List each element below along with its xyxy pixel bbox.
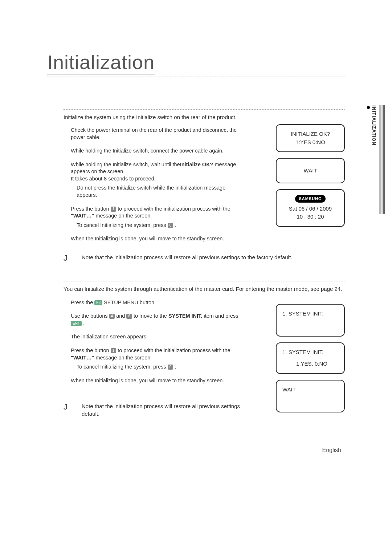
key-1-icon: 1 <box>111 207 117 212</box>
note-text: Note that the initialization process wil… <box>82 402 249 418</box>
text: . <box>82 320 85 326</box>
screen-wait: WAIT <box>276 158 345 183</box>
note-mark-icon: J <box>64 402 71 412</box>
section1-screens: INITIALIZE OK? 1:YES 0:NO WAIT SAMSUNG S… <box>276 124 345 227</box>
divider <box>64 99 345 99</box>
text: message on the screen. <box>94 355 152 361</box>
text: . <box>173 222 176 228</box>
text: message on the screen. <box>94 213 152 219</box>
section1-steps: Check the power terminal on the rear of … <box>71 127 241 243</box>
screen-line: WAIT <box>282 386 341 394</box>
text-bold: "WAIT…" <box>71 213 94 219</box>
footer-language: English <box>322 447 341 453</box>
key-ent-icon: ENT <box>71 321 82 326</box>
step: Check the power terminal on the rear of … <box>71 127 241 141</box>
key-f8-icon: F8 <box>94 300 102 305</box>
section2-steps: Press the F8 SETUP MENU button. Use the … <box>71 299 241 385</box>
text: To cancel Initializing the system, press <box>77 222 166 228</box>
title-wrap: Initialization <box>47 51 345 77</box>
text: to move to the <box>132 313 168 319</box>
screen-initialize-ok: INITIALIZE OK? 1:YES 0:NO <box>276 124 345 152</box>
note-mark-icon: J <box>64 253 71 263</box>
key-0-icon: 0 <box>168 365 173 370</box>
note-row: J Note that the initialization process w… <box>64 253 345 263</box>
step: While holding the Initialize switch, con… <box>71 147 241 155</box>
key-6-icon: 6 <box>126 314 132 319</box>
step: When the Initializing is done, you will … <box>71 235 241 243</box>
divider <box>64 109 345 110</box>
screen-system-init-confirm: 1. SYSTEM INIT. 1:YES, 0:NO <box>276 342 345 374</box>
screen-wait: WAIT <box>276 380 345 412</box>
text: . <box>173 364 176 370</box>
text: Press the button <box>71 347 111 353</box>
substep: To cancel Initializing the system, press… <box>77 222 241 229</box>
section2-intro: You can Initialize the system through au… <box>64 286 345 292</box>
text-bold: SYSTEM INIT. <box>168 313 202 319</box>
text-bold: "WAIT…" <box>71 355 94 361</box>
section-initialize-switch: Initialize the system using the Initiali… <box>64 99 345 263</box>
text: item and press <box>202 313 238 319</box>
key-0-icon: 0 <box>168 223 173 228</box>
text: While holding the Initialize switch, wai… <box>71 162 180 167</box>
section1-intro: Initialize the system using the Initiali… <box>64 114 345 120</box>
text: It takes about 8 seconds to proceed. <box>71 176 156 182</box>
text: To cancel Initializing the system, press <box>77 364 166 370</box>
text: SETUP MENU button. <box>102 300 156 305</box>
step: Use the buttons 4 and 6 to move to the S… <box>71 313 241 327</box>
substep: To cancel Initializing the system, press… <box>77 363 241 371</box>
key-1-icon: 1 <box>111 348 117 353</box>
screen-line: INITIALIZE OK? <box>279 130 341 138</box>
page-title: Initialization <box>47 51 155 74</box>
screen-line: 1. SYSTEM INIT. <box>282 348 341 357</box>
text: Press the button <box>71 206 111 212</box>
step: When the Initializing is done, you will … <box>71 377 241 385</box>
note-text: Note that the initialization process wil… <box>82 253 292 261</box>
screen-line: 1:YES 0:NO <box>279 138 341 147</box>
section2-screens: 1. SYSTEM INIT. 1. SYSTEM INIT. 1:YES, 0… <box>276 304 345 412</box>
screen-line: WAIT <box>279 167 341 175</box>
text: and <box>115 313 126 319</box>
text-bold: Initialize OK? <box>180 162 213 167</box>
screen-line: 1:YES, 0:NO <box>282 360 341 368</box>
step: The initialization screen appears. <box>71 333 241 341</box>
step: Press the F8 SETUP MENU button. <box>71 299 241 306</box>
step: Press the button 1 to proceed with the i… <box>71 206 241 229</box>
text: Use the buttons <box>71 313 109 319</box>
screen-standby: SAMSUNG Sat 06 / 06 / 2009 10 : 30 : 20 <box>276 189 345 227</box>
section-master-mode: You can Initialize the system through au… <box>64 281 345 418</box>
text: to proceed with the initialization proce… <box>116 347 230 353</box>
key-4-icon: 4 <box>109 314 115 319</box>
text: Press the <box>71 300 94 305</box>
step: While holding the Initialize switch, wai… <box>71 161 241 199</box>
samsung-logo: SAMSUNG <box>295 195 325 203</box>
screen-system-init: 1. SYSTEM INIT. <box>276 304 345 337</box>
screen-line: 1. SYSTEM INIT. <box>282 310 341 318</box>
step: Press the button 1 to proceed with the i… <box>71 347 241 371</box>
substep: Do not press the Initialize switch while… <box>77 184 241 199</box>
screen-time: 10 : 30 : 20 <box>279 213 341 221</box>
screen-date: Sat 06 / 06 / 2009 <box>279 205 341 213</box>
divider <box>64 281 345 281</box>
text: to proceed with the initialization proce… <box>116 206 230 212</box>
